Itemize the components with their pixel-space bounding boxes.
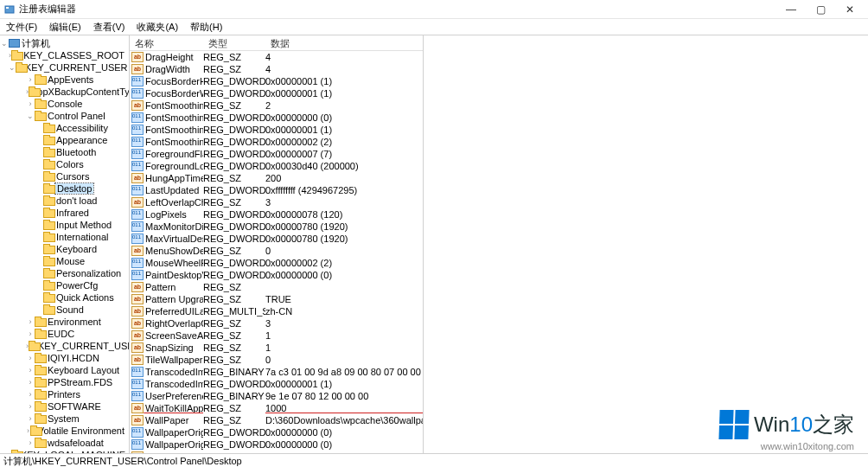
tree-item[interactable]: Sound — [0, 304, 129, 316]
menu-edit[interactable]: 编辑(E) — [47, 20, 84, 35]
expand-toggle-icon[interactable]: ⌄ — [0, 39, 9, 48]
tree-item[interactable]: Keyboard — [0, 243, 129, 255]
tree-item[interactable]: ›Keyboard Layout — [0, 364, 129, 376]
registry-value-row[interactable]: PreferredUILa...REG_MULTI_SZzh-CN — [130, 305, 423, 317]
registry-value-row[interactable]: ForegroundLo...REG_DWORD0x00030d40 (2000… — [130, 160, 423, 172]
tree-item[interactable]: ›AppXBackupContentTy — [0, 86, 129, 98]
tree-item[interactable]: ›SOFTWARE — [0, 400, 129, 413]
registry-value-row[interactable]: FocusBorderW...REG_DWORD0x00000001 (1) — [130, 87, 423, 99]
registry-value-row[interactable]: FontSmoothin...REG_DWORD0x00000002 (2) — [130, 136, 423, 148]
expand-toggle-icon[interactable]: › — [26, 438, 35, 447]
tree-item[interactable]: Quick Actions — [0, 291, 129, 304]
registry-value-row[interactable]: WallpaperOrig...REG_DWORD0x00000000 (0) — [130, 438, 423, 451]
registry-value-row[interactable]: UserPreferenc...REG_BINARY9e 1e 07 80 12… — [130, 390, 423, 402]
registry-value-row[interactable]: WallpaperStyleREG_SZ6 — [130, 451, 423, 453]
tree-item[interactable]: ›HKEY_CURRENT_USER — [0, 340, 129, 352]
tree-item[interactable]: ›Environment — [0, 316, 129, 328]
registry-value-row[interactable]: Pattern Upgra...REG_SZTRUE — [130, 293, 423, 305]
tree-item[interactable]: ⌄Control Panel — [0, 110, 129, 122]
tree-item[interactable]: Mouse — [0, 255, 129, 267]
tree-item[interactable]: ›EUDC — [0, 328, 129, 340]
expand-toggle-icon[interactable]: › — [26, 329, 35, 338]
registry-value-row[interactable]: ForegroundFla...REG_DWORD0x00000007 (7) — [130, 148, 423, 160]
tree-view[interactable]: ⌄计算机›HKEY_CLASSES_ROOT⌄HKEY_CURRENT_USER… — [0, 35, 130, 453]
registry-value-row[interactable]: LogPixelsREG_DWORD0x00000078 (120) — [130, 208, 423, 221]
menu-view[interactable]: 查看(V) — [91, 20, 128, 35]
col-header-type[interactable]: 类型 — [203, 35, 265, 50]
expand-toggle-icon[interactable]: › — [26, 75, 35, 84]
menu-favorites[interactable]: 收藏夹(A) — [134, 20, 181, 35]
expand-toggle-icon[interactable]: › — [26, 317, 35, 326]
close-button[interactable]: ✕ — [835, 1, 865, 18]
registry-value-row[interactable]: FocusBorderH...REG_DWORD0x00000001 (1) — [130, 75, 423, 87]
expand-toggle-icon[interactable]: › — [26, 366, 35, 374]
registry-value-row[interactable]: MaxMonitorDi...REG_DWORD0x00000780 (1920… — [130, 221, 423, 233]
tree-item[interactable]: Desktop — [0, 182, 129, 195]
registry-value-row[interactable]: MouseWheelR...REG_DWORD0x00000002 (2) — [130, 257, 423, 269]
registry-value-row[interactable]: PatternREG_SZ — [130, 281, 423, 293]
menu-file[interactable]: 文件(F) — [3, 20, 40, 35]
tree-item[interactable]: Input Method — [0, 219, 129, 231]
tree-item[interactable]: ›wdsafeloadat — [0, 437, 129, 449]
tree-item[interactable]: ›IQIYI.HCDN — [0, 352, 129, 364]
tree-item[interactable]: Accessibility — [0, 122, 129, 134]
expand-toggle-icon[interactable]: › — [26, 414, 35, 423]
tree-item[interactable]: Appearance — [0, 134, 129, 146]
registry-value-row[interactable]: MenuShowDel...REG_SZ0 — [130, 245, 423, 257]
expand-toggle-icon[interactable]: › — [26, 378, 35, 387]
tree-item[interactable]: ›HKEY_LOCAL_MACHINE — [0, 449, 129, 453]
registry-value-row[interactable]: SnapSizingREG_SZ1 — [130, 342, 423, 354]
registry-value-row[interactable]: WallPaperREG_SZD:\360Downloads\wpcache\3… — [130, 414, 423, 426]
tree-item[interactable]: ›AppEvents — [0, 74, 129, 86]
registry-value-row[interactable]: FontSmoothin...REG_DWORD0x00000000 (0) — [130, 112, 423, 124]
minimize-button[interactable]: — — [776, 1, 806, 18]
registry-value-row[interactable]: DragHeightREG_SZ4 — [130, 51, 423, 63]
value-data: 0x00000000 (0) — [265, 427, 423, 438]
registry-value-row[interactable]: WallpaperOrig...REG_DWORD0x00000000 (0) — [130, 426, 423, 438]
tree-item[interactable]: Colors — [0, 158, 129, 170]
col-header-data[interactable]: 数据 — [265, 35, 423, 50]
tree-label: Printers — [47, 389, 81, 400]
registry-value-row[interactable]: TileWallpaperREG_SZ0 — [130, 354, 423, 366]
registry-value-row[interactable]: PaintDesktopV...REG_DWORD0x00000000 (0) — [130, 269, 423, 281]
menu-help[interactable]: 帮助(H) — [188, 20, 225, 35]
registry-value-row[interactable]: TranscodedIm...REG_DWORD0x00000001 (1) — [130, 378, 423, 390]
tree-item[interactable]: ›Console — [0, 98, 129, 110]
expand-toggle-icon[interactable]: › — [26, 354, 35, 362]
tree-item[interactable]: Personalization — [0, 267, 129, 279]
registry-value-row[interactable]: LastUpdatedREG_DWORD0xffffffff (42949672… — [130, 184, 423, 196]
tree-item[interactable]: don't load — [0, 195, 129, 207]
expand-toggle-icon[interactable]: › — [26, 402, 35, 411]
tree-item[interactable]: ⌄HKEY_CURRENT_USER — [0, 61, 129, 74]
registry-value-row[interactable]: WaitToKillApp...REG_SZ1000 — [130, 402, 423, 414]
registry-value-row[interactable]: ScreenSaveAc...REG_SZ1 — [130, 329, 423, 342]
registry-value-row[interactable]: FontSmoothin...REG_DWORD0x00000001 (1) — [130, 124, 423, 136]
registry-value-row[interactable]: HungAppTime...REG_SZ200 — [130, 172, 423, 184]
registry-value-row[interactable]: FontSmoothingREG_SZ2 — [130, 99, 423, 112]
tree-item[interactable]: Cursors — [0, 170, 129, 182]
tree-item[interactable]: Bluetooth — [0, 146, 129, 158]
tree-item[interactable]: ›PPStream.FDS — [0, 376, 129, 388]
registry-value-row[interactable]: LeftOverlapCh...REG_SZ3 — [130, 196, 423, 208]
tree-item[interactable]: ›HKEY_CLASSES_ROOT — [0, 49, 129, 61]
tree-item[interactable]: International — [0, 231, 129, 243]
tree-label: Keyboard Layout — [47, 365, 120, 375]
expand-toggle-icon[interactable]: ⌄ — [9, 63, 16, 72]
tree-item[interactable]: Infrared — [0, 207, 129, 219]
col-header-name[interactable]: 名称 — [130, 35, 203, 50]
tree-item[interactable]: PowerCfg — [0, 279, 129, 291]
registry-value-row[interactable]: RightOverlapC...REG_SZ3 — [130, 317, 423, 329]
tree-item[interactable]: ›Volatile Environment — [0, 425, 129, 437]
expand-toggle-icon[interactable]: ⌄ — [26, 112, 35, 120]
list-body[interactable]: DragHeightREG_SZ4DragWidthREG_SZ4FocusBo… — [130, 51, 423, 453]
tree-item[interactable]: ›System — [0, 413, 129, 425]
tree-item[interactable]: ⌄计算机 — [0, 37, 129, 49]
expand-toggle-icon[interactable]: › — [26, 99, 35, 108]
value-data: 0 — [265, 355, 423, 365]
tree-item[interactable]: ›Printers — [0, 388, 129, 400]
maximize-button[interactable]: ▢ — [806, 1, 835, 18]
registry-value-row[interactable]: DragWidthREG_SZ4 — [130, 63, 423, 75]
registry-value-row[interactable]: TranscodedIm...REG_BINARY7a c3 01 00 9d … — [130, 366, 423, 378]
registry-value-row[interactable]: MaxVirtualDes...REG_DWORD0x00000780 (192… — [130, 233, 423, 245]
expand-toggle-icon[interactable]: › — [26, 390, 35, 399]
